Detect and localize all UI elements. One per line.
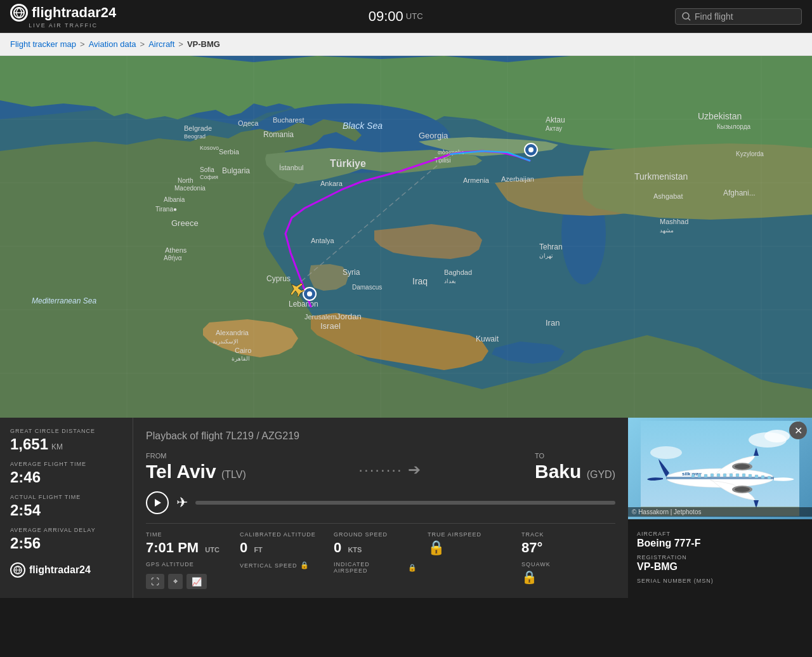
- svg-text:Afghani...: Afghani...: [723, 189, 756, 197]
- squawk-label: SQUAWK: [521, 561, 605, 567]
- svg-text:İstanbul: İstanbul: [279, 164, 304, 171]
- true-airspeed-col: TRUE AIRSPEED 🔒: [428, 531, 521, 589]
- aircraft-type-label: AIRCRAFT: [637, 531, 803, 537]
- svg-text:مشهد: مشهد: [660, 227, 674, 234]
- logo-subtitle: LIVE AIR TRAFFIC: [29, 22, 98, 29]
- logo-circle: [10, 4, 28, 22]
- close-button[interactable]: ✕: [789, 421, 807, 439]
- svg-text:Georgia: Georgia: [419, 131, 449, 140]
- svg-line-3: [688, 18, 690, 20]
- toolbar-row: ⛶ ⌖ 📈: [146, 574, 230, 589]
- svg-text:Romania: Romania: [263, 130, 294, 139]
- svg-text:القاهرة: القاهرة: [232, 355, 250, 362]
- altitude-col: CALIBRATED ALTITUDE 0 FT VERTICAL SPEED …: [240, 531, 334, 589]
- svg-text:North: North: [178, 177, 193, 184]
- svg-text:Armenia: Armenia: [463, 176, 490, 184]
- route-arrow: ∙∙∙∙∙∙∙∙ ➔: [259, 452, 522, 479]
- aircraft-card: ✕: [628, 418, 812, 598]
- gs-value: 0 KTS: [334, 540, 417, 556]
- svg-text:Azerbaijan: Azerbaijan: [501, 175, 534, 183]
- svg-text:Uzbekistan: Uzbekistan: [698, 111, 742, 121]
- svg-text:Kyzylorda: Kyzylorda: [736, 150, 764, 157]
- svg-text:Belgrade: Belgrade: [184, 124, 212, 132]
- route-row: FROM Tel Aviv (TLV) ∙∙∙∙∙∙∙∙ ➔ TO Baku (…: [146, 452, 615, 482]
- svg-text:Bulgaria: Bulgaria: [222, 166, 250, 175]
- bottom-logo-icon: [10, 562, 25, 578]
- svg-text:تهران: تهران: [539, 253, 553, 260]
- gs-label: GROUND SPEED: [334, 531, 417, 538]
- svg-text:Alexandria: Alexandria: [216, 329, 249, 336]
- great-circle-value: 1,651: [10, 435, 48, 453]
- breadcrumb: Flight tracker map > Aviation data > Air…: [0, 33, 812, 56]
- serial-label: SERIAL NUMBER (MSN): [637, 578, 803, 584]
- map-container[interactable]: Romania Bulgaria Serbia Одеса Belgrade B…: [0, 56, 812, 418]
- alt-label: CALIBRATED ALTITUDE: [240, 531, 324, 538]
- alt-value: 0 FT: [240, 540, 324, 556]
- svg-rect-103: [768, 476, 771, 479]
- left-stats: GREAT CIRCLE DISTANCE 1,651 KM AVERAGE F…: [0, 418, 133, 598]
- progress-bar[interactable]: [195, 501, 615, 505]
- svg-rect-93: [704, 474, 707, 477]
- time-display: 09:00 UTC: [369, 8, 423, 25]
- route-btn[interactable]: ⌖: [168, 574, 183, 589]
- svg-rect-92: [698, 474, 701, 477]
- svg-text:Turkmenistan: Turkmenistan: [634, 171, 688, 182]
- svg-text:Macedonia: Macedonia: [174, 185, 206, 192]
- svg-text:Black Sea: Black Sea: [343, 121, 383, 131]
- actual-flight-label: ACTUAL FLIGHT TIME: [10, 494, 122, 500]
- svg-rect-100: [749, 474, 752, 477]
- squawk-lock: 🔒: [521, 569, 605, 585]
- svg-text:Bucharest: Bucharest: [273, 116, 304, 124]
- svg-point-77: [528, 147, 534, 152]
- breadcrumb-aircraft[interactable]: Aircraft: [148, 39, 174, 49]
- search-input[interactable]: Find flight: [675, 8, 802, 25]
- bottom-logo-text: flightradar24: [29, 564, 91, 576]
- svg-rect-97: [730, 474, 733, 477]
- play-icon: [155, 499, 161, 507]
- svg-text:Ankara: Ankara: [320, 180, 343, 187]
- great-circle-label: GREAT CIRCLE DISTANCE: [10, 428, 122, 434]
- svg-text:Antalya: Antalya: [311, 237, 335, 244]
- svg-text:Одеса: Одеса: [238, 119, 259, 127]
- breadcrumb-aviation-data[interactable]: Aviation data: [89, 39, 136, 49]
- svg-text:Mashhad: Mashhad: [660, 218, 688, 225]
- svg-text:Beograd: Beograd: [184, 133, 206, 140]
- svg-point-75: [307, 291, 312, 296]
- aircraft-photo: silk way: [628, 418, 812, 519]
- svg-text:Syria: Syria: [343, 268, 360, 277]
- time-col: TIME 7:01 PM UTC GPS ALTITUDE ⛶ ⌖ 📈: [146, 531, 240, 589]
- breadcrumb-flight-tracker[interactable]: Flight tracker map: [10, 39, 76, 49]
- bottom-panel: GREAT CIRCLE DISTANCE 1,651 KM AVERAGE F…: [0, 418, 812, 598]
- expand-btn[interactable]: ⛶: [146, 574, 164, 589]
- svg-text:Кызылорда: Кызылорда: [717, 123, 750, 130]
- svg-text:Jordan: Jordan: [336, 312, 362, 321]
- svg-text:Ashgabat: Ashgabat: [653, 192, 683, 200]
- svg-text:Lebanon: Lebanon: [289, 300, 318, 309]
- great-circle-unit: KM: [51, 442, 63, 451]
- avg-flight-value: 2:46: [10, 468, 122, 486]
- ground-speed-col: GROUND SPEED 0 KTS INDICATED AIRSPEED 🔒: [334, 531, 428, 589]
- svg-text:Jerusalem: Jerusalem: [304, 313, 337, 321]
- svg-point-83: [650, 446, 682, 459]
- svg-text:Tirana●: Tirana●: [155, 206, 177, 213]
- aircraft-details: AIRCRAFT Boeing 777-F REGISTRATION VP-BM…: [628, 519, 812, 591]
- breadcrumb-current: VP-BMG: [187, 39, 220, 49]
- svg-rect-102: [761, 475, 764, 479]
- track-col: TRACK 87° SQUAWK 🔒: [521, 531, 615, 589]
- chart-btn[interactable]: 📈: [187, 574, 207, 589]
- svg-text:Iraq: Iraq: [412, 276, 428, 286]
- svg-text:Αθήνα: Αθήνα: [164, 255, 182, 262]
- time-label: TIME: [146, 531, 230, 538]
- registration-value: VP-BMG: [637, 561, 803, 573]
- svg-point-82: [764, 430, 790, 442]
- breadcrumb-sep-2: >: [140, 39, 145, 49]
- svg-text:Iran: Iran: [546, 318, 560, 328]
- svg-text:بغداد: بغداد: [444, 278, 456, 284]
- avg-flight-label: AVERAGE FLIGHT TIME: [10, 461, 122, 467]
- svg-rect-98: [736, 474, 739, 477]
- svg-text:Greece: Greece: [171, 218, 199, 228]
- svg-text:Israel: Israel: [320, 321, 341, 331]
- svg-text:Mediterranean Sea: Mediterranean Sea: [32, 296, 96, 305]
- play-button[interactable]: [146, 491, 169, 514]
- svg-rect-94: [710, 474, 714, 477]
